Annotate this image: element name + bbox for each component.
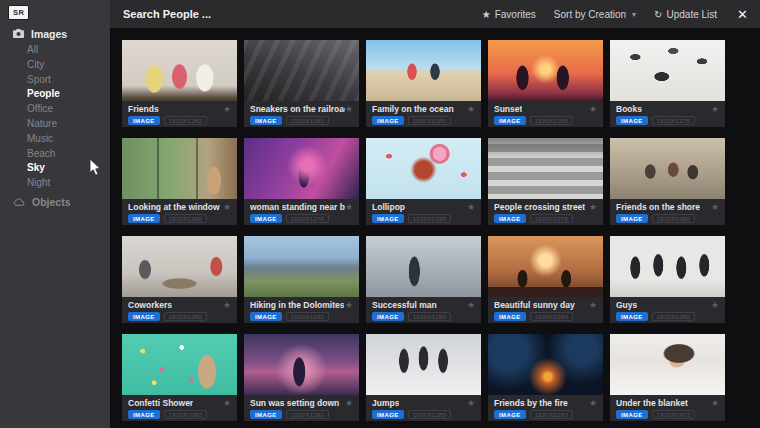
favorite-star-icon[interactable]: ★ [711,105,719,114]
image-thumbnail[interactable] [488,334,603,395]
type-badge: IMAGE [372,214,404,223]
image-thumbnail[interactable] [610,138,725,199]
image-card[interactable]: Sneakers on the railroad ★ IMAGE 1920X10… [244,40,359,127]
sidebar-section-images[interactable]: Images [0,26,110,42]
image-card[interactable]: Family on the ocean ★ IMAGE 1920X1280 [366,40,481,127]
type-badge: IMAGE [494,116,526,125]
favorites-button[interactable]: ★ Favorites [482,9,536,20]
image-thumbnail[interactable] [244,40,359,101]
image-thumbnail[interactable] [366,138,481,199]
favorite-star-icon[interactable]: ★ [589,203,597,212]
image-card[interactable]: Sunset ★ IMAGE 1920X1280 [488,40,603,127]
card-footer: Family on the ocean ★ IMAGE 1920X1280 [366,101,481,127]
card-title: Confetti Shower [128,398,193,408]
sidebar-item-office[interactable]: Office [0,102,110,117]
image-thumbnail[interactable] [366,40,481,101]
favorite-star-icon[interactable]: ★ [711,301,719,310]
sidebar-item-night[interactable]: Night [0,176,110,191]
image-thumbnail[interactable] [610,236,725,297]
favorite-star-icon[interactable]: ★ [223,399,231,408]
image-card[interactable]: Looking at the window ★ IMAGE 1920X1280 [122,138,237,225]
image-thumbnail[interactable] [488,138,603,199]
favorite-star-icon[interactable]: ★ [589,301,597,310]
image-card[interactable]: Guys ★ IMAGE 1920X1280 [610,236,725,323]
image-thumbnail[interactable] [122,236,237,297]
image-card[interactable]: Beautiful sunny day ★ IMAGE 1920X1280 [488,236,603,323]
image-card[interactable]: Successful man ★ IMAGE 1920X1280 [366,236,481,323]
sidebar-item-music[interactable]: Music [0,132,110,147]
favorite-star-icon[interactable]: ★ [223,301,231,310]
image-thumbnail[interactable] [610,40,725,101]
image-thumbnail[interactable] [244,334,359,395]
image-card[interactable]: Under the blanket ★ IMAGE 1920X1413 [610,334,725,421]
image-card[interactable]: Friends ★ IMAGE 1920X1282 [122,40,237,127]
sidebar: SR Images AllCitySportPeopleOfficeNature… [0,0,110,428]
image-thumbnail[interactable] [244,138,359,199]
image-thumbnail[interactable] [122,138,237,199]
image-card[interactable]: Friends by the fire ★ IMAGE 1920X1280 [488,334,603,421]
favorite-star-icon[interactable]: ★ [345,399,353,408]
image-card[interactable]: Friends on the shore ★ IMAGE 1920X1080 [610,138,725,225]
resolution-chip: 1920X1395 [408,214,451,223]
card-footer: Beautiful sunny day ★ IMAGE 1920X1280 [488,297,603,323]
favorite-star-icon[interactable]: ★ [589,105,597,114]
sidebar-item-city[interactable]: City [0,58,110,73]
card-title: Lollipop [372,202,405,212]
favorite-star-icon[interactable]: ★ [223,105,231,114]
sidebar-item-sport[interactable]: Sport [0,73,110,88]
card-footer: Jumps ★ IMAGE 1920X1285 [366,395,481,421]
card-title: Friends [128,104,159,114]
favorite-star-icon[interactable]: ★ [223,203,231,212]
sidebar-section-objects[interactable]: Objects [0,194,110,210]
type-badge: IMAGE [128,214,160,223]
resolution-chip: 1920X1280 [286,410,329,419]
resolution-chip: 1920X1282 [164,116,207,125]
favorite-star-icon[interactable]: ★ [711,203,719,212]
image-thumbnail[interactable] [122,40,237,101]
image-thumbnail[interactable] [488,40,603,101]
favorite-star-icon[interactable]: ★ [345,301,353,310]
card-footer: Lollipop ★ IMAGE 1920X1395 [366,199,481,225]
image-thumbnail[interactable] [610,334,725,395]
resolution-chip: 1920X1278 [286,214,329,223]
image-card[interactable]: Lollipop ★ IMAGE 1920X1395 [366,138,481,225]
app-logo[interactable]: SR [8,5,29,20]
type-badge: IMAGE [616,312,648,321]
favorite-star-icon[interactable]: ★ [711,399,719,408]
update-list-button[interactable]: ↻ Update List [654,9,717,20]
image-card[interactable]: Sun was setting down ★ IMAGE 1920X1280 [244,334,359,421]
image-thumbnail[interactable] [244,236,359,297]
image-card[interactable]: People crossing street ★ IMAGE 1920X1278 [488,138,603,225]
card-footer: Friends on the shore ★ IMAGE 1920X1080 [610,199,725,225]
image-card[interactable]: Books ★ IMAGE 1920X1275 [610,40,725,127]
image-thumbnail[interactable] [488,236,603,297]
sidebar-item-people[interactable]: People [0,87,110,102]
close-icon[interactable]: ✕ [737,7,748,22]
sidebar-item-sky[interactable]: Sky [0,161,110,176]
favorite-star-icon[interactable]: ★ [467,105,475,114]
favorite-star-icon[interactable]: ★ [345,203,353,212]
search-input[interactable] [123,8,482,20]
card-title: woman standing near buildings [250,202,345,212]
image-card[interactable]: Hiking in the Dolomites ★ IMAGE 1920X128… [244,236,359,323]
image-thumbnail[interactable] [366,334,481,395]
favorite-star-icon[interactable]: ★ [589,399,597,408]
image-card[interactable]: woman standing near buildings ★ IMAGE 19… [244,138,359,225]
sort-dropdown[interactable]: Sort by Creation ▾ [554,9,636,20]
image-card[interactable]: Confetti Shower ★ IMAGE 1920X1080 [122,334,237,421]
image-card[interactable]: Jumps ★ IMAGE 1920X1285 [366,334,481,421]
favorite-star-icon[interactable]: ★ [467,399,475,408]
favorite-star-icon[interactable]: ★ [345,105,353,114]
favorite-star-icon[interactable]: ★ [467,301,475,310]
resolution-chip: 1920X1280 [164,312,207,321]
image-thumbnail[interactable] [122,334,237,395]
sidebar-item-beach[interactable]: Beach [0,147,110,162]
sidebar-item-all[interactable]: All [0,43,110,58]
image-card[interactable]: Coworkers ★ IMAGE 1920X1280 [122,236,237,323]
type-badge: IMAGE [372,116,404,125]
image-thumbnail[interactable] [366,236,481,297]
sidebar-item-nature[interactable]: Nature [0,117,110,132]
card-footer: Guys ★ IMAGE 1920X1280 [610,297,725,323]
favorite-star-icon[interactable]: ★ [467,203,475,212]
resolution-chip: 1920X1275 [652,116,695,125]
